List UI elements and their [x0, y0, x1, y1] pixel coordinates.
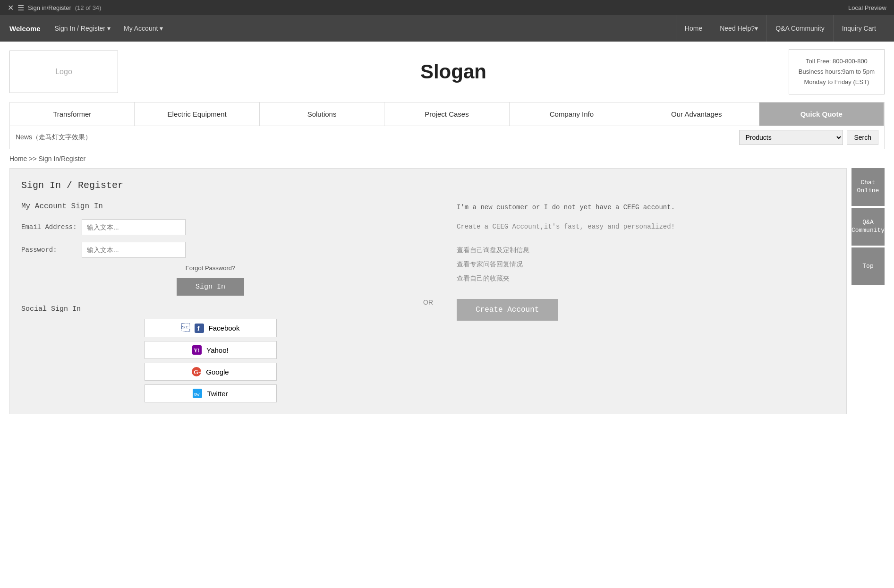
nav-solutions[interactable]: Solutions [260, 102, 384, 126]
nav-right: Home Need Help? ▾ Q&A Community Inquiry … [676, 15, 885, 42]
nav-transformer[interactable]: Transformer [10, 102, 135, 126]
nav-quick-quote[interactable]: Quick Quote [759, 102, 884, 126]
nav-need-help[interactable]: Need Help? ▾ [711, 15, 766, 42]
svg-text:tw: tw [194, 391, 200, 397]
local-preview-label: Local Preview [848, 4, 886, 11]
qa-community-button[interactable]: Q&A Community [851, 208, 885, 246]
svg-text:Y!: Y! [194, 347, 200, 354]
toll-free: Toll Free: 800-800-800 [799, 56, 875, 67]
password-input[interactable] [82, 242, 186, 258]
signin-inner: My Account Sign In Email Address: Passwo… [21, 202, 835, 402]
or-divider: OR [418, 202, 438, 402]
nav-my-account[interactable]: My Account ▾ [117, 15, 170, 42]
password-row: Password: [21, 242, 400, 258]
twitter-svg: tw [193, 389, 202, 398]
search-button[interactable]: Serch [847, 130, 878, 145]
facebook-svg: f [195, 324, 204, 333]
benefits-list: 查看自己询盘及定制信息 查看专家问答回复情况 查看自己的收藏夹 [457, 243, 835, 286]
nav-signin-register[interactable]: Sign In / Register ▾ [48, 15, 117, 42]
forgot-password-link[interactable]: Forgot Password? [21, 264, 400, 272]
signin-left: My Account Sign In Email Address: Passwo… [21, 202, 400, 402]
benefit-3: 查看自己的收藏夹 [457, 272, 835, 286]
signin-right: I'm a new customer or I do not yet have … [457, 202, 835, 402]
nav-welcome: Welcome [9, 25, 41, 33]
create-account-button[interactable]: Create Account [457, 299, 558, 321]
google-svg: G+ [192, 367, 201, 376]
my-account-title: My Account Sign In [21, 202, 400, 211]
top-bar: ✕ ☰ Sign in/Register (12 of 34) Local Pr… [0, 0, 894, 15]
password-label: Password: [21, 246, 78, 254]
chat-online-button[interactable]: Chat Online [851, 168, 885, 206]
yahoo-label: Yahoo! [206, 346, 228, 354]
svg-text:f: f [197, 325, 200, 332]
facebook-icon:  [181, 323, 190, 333]
content-area: Sign In / Register My Account Sign In Em… [0, 168, 894, 414]
yahoo-button[interactable]: Y! Yahoo! [145, 341, 277, 359]
signin-title: Sign In / Register [21, 180, 835, 191]
email-label: Email Address: [21, 223, 78, 231]
email-input[interactable] [82, 219, 186, 235]
nav-inquiry-cart[interactable]: Inquiry Cart [833, 15, 885, 42]
new-customer-create: Create a CEEG Account,it's fast, easy an… [457, 222, 835, 232]
social-title: Social Sign In [21, 305, 400, 313]
slogan: Slogan [128, 60, 779, 83]
search-select[interactable]: Products Solutions Company Info [739, 130, 843, 145]
signin-box: Sign In / Register My Account Sign In Em… [9, 168, 847, 414]
breadcrumb: Home >> Sign In/Register [0, 149, 894, 168]
twitter-button[interactable]: tw Twitter [145, 384, 277, 402]
business-hours: Business hours:9am to 5pm [799, 67, 875, 77]
benefit-1: 查看自己询盘及定制信息 [457, 243, 835, 257]
side-buttons: Chat Online Q&A Community Top [851, 168, 885, 414]
nav-company-info[interactable]: Company Info [510, 102, 634, 126]
social-buttons:  f Facebook Y! Yahoo! G+ Google [145, 319, 277, 402]
nav-home[interactable]: Home [676, 15, 711, 42]
sign-in-button[interactable]: Sign In [177, 278, 244, 296]
nav-project-cases[interactable]: Project Cases [384, 102, 509, 126]
google-button[interactable]: G+ Google [145, 363, 277, 381]
page-count: (12 of 34) [75, 4, 102, 11]
logo: Logo [9, 51, 118, 93]
close-icon[interactable]: ✕ [8, 3, 14, 12]
header: Logo Slogan Toll Free: 800-800-800 Busin… [0, 42, 894, 102]
top-button[interactable]: Top [851, 247, 885, 285]
yahoo-svg: Y! [192, 345, 202, 355]
facebook-button[interactable]:  f Facebook [145, 319, 277, 337]
search-bar: News（走马灯文字效果） Products Solutions Company… [9, 126, 885, 149]
contact-box: Toll Free: 800-800-800 Business hours:9a… [789, 49, 885, 94]
breadcrumb-separator: >> [29, 155, 36, 162]
main-nav: Transformer Electric Equipment Solutions… [9, 102, 885, 126]
breadcrumb-current: Sign In/Register [39, 155, 86, 162]
page-title: Sign in/Register [28, 4, 71, 11]
new-customer-desc: I'm a new customer or I do not yet have … [457, 202, 835, 213]
nav-bar: Welcome Sign In / Register ▾ My Account … [0, 15, 894, 42]
breadcrumb-home[interactable]: Home [9, 155, 27, 162]
menu-icon[interactable]: ☰ [17, 3, 24, 12]
business-days: Monday to Friday (EST) [799, 77, 875, 87]
news-ticker: News（走马灯文字效果） [16, 133, 735, 142]
svg-text:G+: G+ [194, 368, 201, 375]
twitter-label: Twitter [207, 390, 228, 398]
nav-qa-community[interactable]: Q&A Community [766, 15, 833, 42]
nav-electric-equipment[interactable]: Electric Equipment [135, 102, 259, 126]
facebook-label: Facebook [209, 324, 240, 332]
benefit-2: 查看专家问答回复情况 [457, 257, 835, 272]
email-row: Email Address: [21, 219, 400, 235]
nav-our-advantages[interactable]: Our Advantages [634, 102, 759, 126]
google-label: Google [206, 368, 229, 376]
